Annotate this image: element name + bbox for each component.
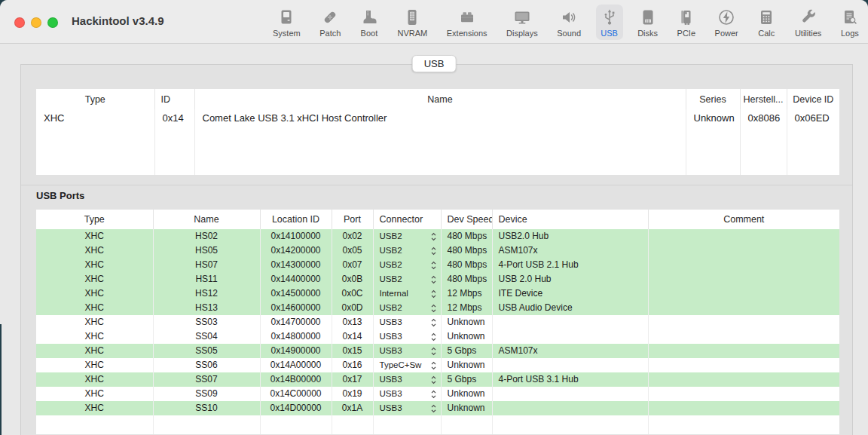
controller-column-header-series[interactable]: Series xyxy=(686,89,740,109)
port-comment xyxy=(648,272,839,286)
port-name: HS13 xyxy=(153,301,260,315)
port-location-id: 0x14500000 xyxy=(260,286,332,301)
toolbar-item-utilities[interactable]: Utilities xyxy=(790,5,826,40)
port-device: USB2.0 Hub xyxy=(492,229,648,244)
port-name: SS05 xyxy=(153,344,260,358)
toolbar-item-label: Utilities xyxy=(795,29,821,38)
popup-stepper-icon xyxy=(431,304,436,313)
port-row-ss09[interactable]: XHC SS09 0x14C00000 0x19 USB3 Unknown xyxy=(36,387,839,401)
ports-empty-row xyxy=(36,415,839,434)
port-row-hs02[interactable]: XHC HS02 0x14100000 0x02 USB2 480 Mbps U… xyxy=(36,229,839,244)
connector-popup[interactable]: TypeC+Sw xyxy=(373,358,441,372)
toolbar-item-label: PCIe xyxy=(677,29,695,38)
controller-column-header-id[interactable]: ID xyxy=(154,89,194,109)
port-row-ss04[interactable]: XHC SS04 0x14800000 0x14 USB3 Unknown xyxy=(36,329,839,344)
controller-header-row: TypeIDNameSeriesHerstell...Device ID xyxy=(36,89,839,109)
toolbar-item-disks[interactable]: Disks xyxy=(633,5,662,40)
toolbar-item-patch[interactable]: Patch xyxy=(315,5,345,40)
port-number: 0x19 xyxy=(332,387,373,401)
popup-stepper-icon xyxy=(431,404,436,413)
connector-popup[interactable]: Internal xyxy=(373,286,441,301)
port-dev-speed: 12 Mbps xyxy=(441,286,492,301)
port-row-ss05[interactable]: XHC SS05 0x14900000 0x15 USB3 5 Gbps ASM… xyxy=(36,344,839,358)
toolbar-item-displays[interactable]: Displays xyxy=(502,5,542,40)
popup-stepper-icon xyxy=(431,261,436,270)
port-device: ITE Device xyxy=(492,286,648,301)
port-row-hs12[interactable]: XHC HS12 0x14500000 0x0C Internal 12 Mbp… xyxy=(36,286,839,301)
popup-stepper-icon xyxy=(431,247,436,256)
toolbar-item-usb[interactable]: USB xyxy=(596,5,623,40)
popup-stepper-icon xyxy=(431,390,436,399)
port-row-ss07[interactable]: XHC SS07 0x14B00000 0x17 USB3 5 Gbps 4-P… xyxy=(36,372,839,387)
port-type: XHC xyxy=(36,301,153,315)
port-device: USB 2.0 Hub xyxy=(492,272,648,286)
ports-column-header-name[interactable]: Name xyxy=(153,210,260,229)
port-name: HS07 xyxy=(153,258,260,272)
connector-popup[interactable]: USB2 xyxy=(373,258,441,272)
port-number: 0x1A xyxy=(332,401,373,415)
controller-column-header-name[interactable]: Name xyxy=(194,89,686,109)
popup-stepper-icon xyxy=(431,275,436,284)
port-dev-speed: Unknown xyxy=(441,387,492,401)
ports-column-header-port[interactable]: Port xyxy=(332,210,373,229)
popup-stepper-icon xyxy=(431,375,436,384)
zoom-button[interactable] xyxy=(47,17,58,28)
port-name: HS02 xyxy=(153,229,260,244)
toolbar-item-pcie[interactable]: PCIe xyxy=(673,5,700,40)
toolbar-item-label: Sound xyxy=(557,29,581,38)
port-row-hs05[interactable]: XHC HS05 0x14200000 0x05 USB2 480 Mbps A… xyxy=(36,244,839,258)
port-number: 0x13 xyxy=(332,315,373,329)
port-number: 0x15 xyxy=(332,344,373,358)
controller-row-comet-lake-usb-3-1-xhci-host-controller[interactable]: XHC 0x14 Comet Lake USB 3.1 xHCI Host Co… xyxy=(36,109,839,127)
close-button[interactable] xyxy=(14,17,25,28)
ports-column-header-connector[interactable]: Connector xyxy=(373,210,441,229)
toolbar-item-boot[interactable]: Boot xyxy=(356,5,383,40)
connector-popup[interactable]: USB2 xyxy=(373,272,441,286)
connector-popup[interactable]: USB3 xyxy=(373,387,441,401)
hackintool-window: Hackintool v3.4.9 System Patch Boot xyxy=(0,0,868,435)
ports-column-header-device[interactable]: Device xyxy=(492,210,648,229)
popup-stepper-icon xyxy=(431,332,436,342)
port-dev-speed: 480 Mbps xyxy=(441,229,492,244)
toolbar-item-logs[interactable]: Logs xyxy=(836,5,863,40)
connector-value: USB3 xyxy=(380,346,402,355)
port-type: XHC xyxy=(36,372,153,387)
ports-column-header-location-id[interactable]: Location ID xyxy=(260,210,332,229)
controller-column-header-device-id[interactable]: Device ID xyxy=(787,89,839,109)
connector-popup[interactable]: USB3 xyxy=(373,372,441,387)
controller-column-header-type[interactable]: Type xyxy=(36,89,154,109)
connector-popup[interactable]: USB3 xyxy=(373,344,441,358)
connector-popup[interactable]: USB2 xyxy=(373,244,441,258)
connector-popup[interactable]: USB2 xyxy=(373,229,441,244)
port-comment xyxy=(648,329,839,344)
popup-stepper-icon xyxy=(431,347,436,356)
ports-column-header-comment[interactable]: Comment xyxy=(648,210,839,229)
usb-ports-section-title: USB Ports xyxy=(36,190,84,201)
connector-popup[interactable]: USB3 xyxy=(373,401,441,415)
port-name: SS06 xyxy=(153,358,260,372)
port-row-hs07[interactable]: XHC HS07 0x14300000 0x07 USB2 480 Mbps 4… xyxy=(36,258,839,272)
tab-usb[interactable]: USB xyxy=(412,55,457,72)
popup-stepper-icon xyxy=(431,232,436,241)
connector-popup[interactable]: USB2 xyxy=(373,301,441,315)
toolbar-item-nvram[interactable]: NVRAM xyxy=(393,5,432,40)
connector-popup[interactable]: USB3 xyxy=(373,315,441,329)
connector-popup[interactable]: USB3 xyxy=(373,329,441,344)
port-row-ss10[interactable]: XHC SS10 0x14D00000 0x1A USB3 Unknown xyxy=(36,401,839,415)
toolbar-icon xyxy=(360,6,378,29)
toolbar-item-calc[interactable]: Calc xyxy=(753,5,780,40)
port-row-hs11[interactable]: XHC HS11 0x14400000 0x0B USB2 480 Mbps U… xyxy=(36,272,839,286)
port-row-ss03[interactable]: XHC SS03 0x14700000 0x13 USB3 Unknown xyxy=(36,315,839,329)
toolbar-item-system[interactable]: System xyxy=(268,5,305,40)
port-row-ss06[interactable]: XHC SS06 0x14A00000 0x16 TypeC+Sw Unknow… xyxy=(36,358,839,372)
port-row-hs13[interactable]: XHC HS13 0x14600000 0x0D USB2 12 Mbps US… xyxy=(36,301,839,315)
minimize-button[interactable] xyxy=(31,17,41,28)
ports-column-header-dev-speed[interactable]: Dev Speed xyxy=(441,210,492,229)
connector-value: USB3 xyxy=(380,403,402,412)
controller-column-header-herstell-[interactable]: Herstell... xyxy=(740,89,787,109)
toolbar-item-sound[interactable]: Sound xyxy=(552,5,585,40)
toolbar-item-extensions[interactable]: Extensions xyxy=(442,5,492,40)
toolbar-item-power[interactable]: Power xyxy=(711,5,743,40)
toolbar-icon xyxy=(277,6,295,29)
ports-column-header-type[interactable]: Type xyxy=(36,210,153,229)
